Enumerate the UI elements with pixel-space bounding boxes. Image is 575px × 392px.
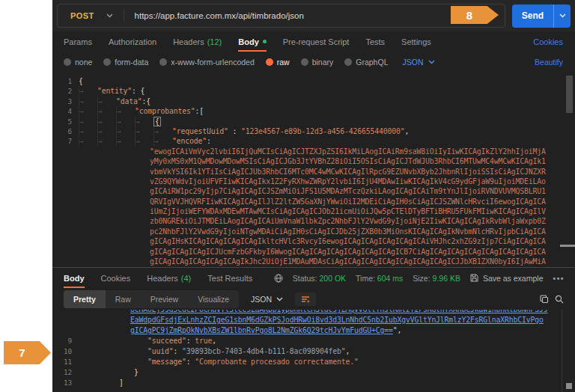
request-editor-scrollbar[interactable]	[566, 76, 573, 113]
code-token: :	[228, 127, 241, 135]
line-number	[52, 206, 79, 216]
tab-settings[interactable]: Settings	[401, 31, 431, 52]
code-token: ,	[345, 347, 350, 355]
response-format-select[interactable]: JSON	[245, 290, 289, 308]
view-tab-pretty[interactable]: Pretty	[64, 290, 106, 308]
code-line: QRVIgVVJHQVRFIiwKICAgICAgIlJlZ2ltZW5GaXN…	[52, 197, 575, 206]
line-number	[52, 325, 79, 336]
line-number: 5	[52, 117, 79, 126]
radio-circle-icon	[159, 58, 167, 66]
code-line: 4→→→"comprobantes":[	[52, 106, 575, 116]
code-token: : {	[132, 87, 144, 95]
radio-none[interactable]: none	[64, 58, 92, 67]
line-number: 6	[52, 126, 79, 136]
copy-icon[interactable]	[540, 295, 549, 304]
tab-indent-marker: →	[135, 117, 153, 126]
line-number: 10	[52, 346, 79, 357]
tab-body[interactable]: Body	[238, 31, 267, 52]
tab-indent-marker: →	[97, 106, 116, 116]
radio-form-data[interactable]: form-data	[103, 58, 148, 67]
send-options-chevron-icon[interactable]	[554, 13, 571, 18]
send-button[interactable]: Send	[512, 4, 571, 28]
annotation-badge-8: 8	[451, 6, 499, 24]
radio-raw[interactable]: raw	[266, 58, 290, 67]
view-tab-raw[interactable]: Raw	[106, 290, 141, 308]
radio-binary[interactable]: binary	[301, 58, 334, 67]
code-token: :	[174, 347, 183, 355]
code-line: 3→→"data":{	[52, 97, 575, 106]
tab-indent-marker: →	[153, 136, 172, 146]
tab-label: Pre-request Script	[283, 37, 350, 46]
line-number	[52, 167, 79, 177]
code-content: vbmVkYSI6Ik1YTiIsCiAgICJUb3RhbCI6MTc0MC4…	[79, 167, 546, 177]
code-token: EaWdpdGFsdjExLnhzZCIgeG1sbnM6dGZkPSJodHR…	[130, 316, 544, 324]
code-content: gICAgICAgICAgICAgICAgIkJhc2UiOjE1MDAuMDA…	[79, 257, 546, 266]
cookies-link[interactable]: Cookies	[533, 37, 563, 46]
status-label: Time:	[356, 274, 377, 283]
code-token: }	[134, 368, 139, 376]
code-token: :{	[142, 97, 151, 105]
tab-params[interactable]: Params	[64, 31, 92, 52]
line-number	[52, 216, 79, 226]
code-token: vZG9QYWdvIjoiUFVFIiwKICAgIkx1Z2FyRXhwZWR…	[150, 177, 546, 186]
method-select[interactable]: POST	[58, 4, 124, 27]
beautify-link[interactable]: Beautify	[535, 58, 563, 67]
tab-pre-request-script[interactable]: Pre-request Script	[283, 31, 350, 52]
save-as-example-button[interactable]: Save as example	[470, 274, 544, 283]
line-number	[52, 186, 79, 196]
response-body-viewer[interactable]: UcHAoEj99d5cdc2PUcMdVYl3tcc9ZaAKpb1ypbnK…	[52, 310, 575, 392]
search-icon[interactable]	[555, 295, 564, 304]
annotation-badge-7: 7	[4, 341, 51, 364]
code-content: →→→→{	[79, 117, 161, 126]
status-item: Time: 604 ms	[356, 274, 403, 283]
annotation-badge-7-number: 7	[19, 346, 25, 359]
tab-label: Test Results	[207, 274, 252, 283]
radio-label: x-www-form-urlencoded	[171, 58, 254, 67]
code-token: "encode"	[172, 137, 207, 145]
line-number	[52, 315, 79, 325]
radio-circle-icon	[103, 58, 111, 66]
postman-request-window: POST https://app.facture.com.mx/api/timb…	[52, 0, 575, 392]
radio-graphql[interactable]: GraphQL	[344, 58, 388, 67]
code-token: gICAgICAgICAgICAgICAgIkJhc2UiOjE1MDAuMDA…	[150, 257, 546, 266]
code-line: "ewogICAiVmVyc2lvbiI6IjQuMCIsCiAgICJTZXJ…	[52, 147, 575, 156]
code-token: :	[207, 137, 216, 145]
code-content: →→→→→"requestUuid" : "123e4567-e89b-12d3…	[79, 126, 409, 136]
code-token: pc2NhbFJlY2VwdG9yIjoiNTgwMDAiCiAgIH0sCiA…	[150, 227, 546, 236]
line-number	[52, 177, 79, 186]
tab-authorization[interactable]: Authorization	[109, 31, 156, 52]
wrap-text-icon[interactable]	[295, 293, 316, 306]
line-number	[52, 147, 79, 156]
status-value: 9.96 KB	[433, 274, 460, 283]
code-token: "Comprobante procesado correctamente."	[195, 358, 358, 366]
tab-headers[interactable]: Headers(12)	[173, 31, 222, 52]
response-tab-cookies[interactable]: Cookies	[101, 268, 131, 288]
response-tab-body[interactable]: Body	[64, 268, 85, 288]
more-options-icon[interactable]: •••	[553, 274, 565, 283]
view-tab-visualize[interactable]: Visualize	[188, 290, 239, 308]
code-token: "requestUuid"	[172, 127, 228, 135]
tab-label: Authorization	[109, 37, 156, 46]
radio-x-www-form-urlencoded[interactable]: x-www-form-urlencoded	[159, 58, 254, 67]
body-format-select[interactable]: JSON	[402, 58, 434, 67]
tab-tests[interactable]: Tests	[365, 31, 385, 52]
url-input[interactable]: https://app.facture.com.mx/api/timbrado/…	[124, 11, 505, 20]
code-token: ]	[119, 379, 124, 387]
response-view-tabs: PrettyRawPreviewVisualize	[64, 290, 239, 308]
response-tab-headers[interactable]: Headers(4)	[147, 268, 191, 288]
response-tab-test-results[interactable]: Test Results	[207, 268, 252, 288]
code-content: "ewogICAiVmVyc2lvbiI6IjQuMCIsCiAgICJTZXJ…	[79, 147, 546, 156]
code-content: pc2NhbFJlY2VwdG9yIjoiNTgwMDAiCiAgIH0sCiA…	[79, 227, 546, 236]
view-tab-preview[interactable]: Preview	[141, 290, 188, 308]
tab-label: Headers	[147, 274, 178, 283]
code-content: gICAgICAgICAgICJUcmFzbGFkbyI6WwogICAgICA…	[79, 247, 546, 257]
code-content: zb0NGREkiOiJTMDEiLAogICAgICAiUmVnaW1lbkZ…	[79, 216, 546, 226]
code-token: gICAgPC9jZmRpOkNvbXBsZW1lbnRvPgo8L2NmZGk…	[130, 326, 393, 334]
response-scrollbar-thumb[interactable]	[566, 383, 572, 389]
body-type-list: noneform-datax-www-form-urlencodedrawbin…	[64, 58, 388, 67]
code-line: 13]	[52, 378, 575, 388]
code-token: UcHAoEj99d5cdc2PUcMdVYl3tcc9ZaAKpb1ypbnK…	[130, 310, 548, 313]
network-globe-icon[interactable]	[274, 274, 283, 283]
request-body-editor[interactable]: 1{2→"entity": {3→→"data":{4→→→"comproban…	[52, 73, 575, 267]
tab-indent-marker: →	[79, 117, 97, 126]
